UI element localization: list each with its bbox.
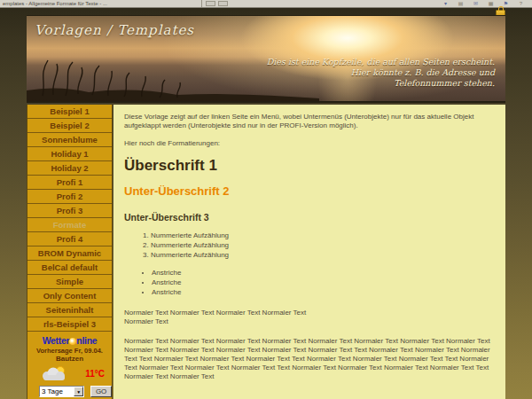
sidebar-menu-item[interactable]: Beispiel 2	[27, 119, 112, 133]
sidebar-menu-item[interactable]: BROM Dynamic	[27, 246, 112, 261]
browser-toolbar-icon[interactable]: ▦	[487, 1, 495, 7]
forecast-city: Bautzen	[27, 355, 112, 363]
sidebar-menu-item[interactable]: Simple	[27, 275, 112, 289]
browser-toolbar-icon[interactable]: ?	[517, 1, 525, 7]
numbered-list-item: Nummerierte Aufzählung	[151, 251, 495, 260]
forecast-label: Vorhersage Fr, 09.04.	[27, 347, 112, 355]
sidebar-menu-item[interactable]: Holiday 2	[27, 161, 112, 176]
normal-text-long: Normaler Text Normaler Text Normaler Tex…	[124, 337, 495, 381]
bullet-list-item: Anstriche	[152, 269, 495, 278]
browser-title-bar: emplates - Allgemeine Formate für Texte …	[0, 0, 532, 8]
browser-window: emplates - Allgemeine Formate für Texte …	[0, 0, 532, 399]
bullet-list: AnstricheAnstricheAnstriche	[124, 269, 495, 297]
page-header-banner: Vorlagen / Templates Dies ist eine Kopfz…	[27, 15, 505, 103]
formats-line: Hier noch die Formatierungen:	[124, 139, 495, 148]
forecast-range-select[interactable]: 3 Tage ▼	[39, 386, 84, 397]
normal-text-short: Normaler Text Normaler Text Normaler Tex…	[124, 309, 495, 326]
sidebar-menu-item[interactable]: Sonnenblume	[27, 133, 112, 147]
main-content: Diese Vorlage zeigt auf der linken Seite…	[113, 105, 505, 399]
numbered-list: Nummerierte AufzählungNummerierte Aufzäh…	[124, 231, 495, 260]
browser-toolbar-icon[interactable]: ⚑	[502, 1, 510, 7]
browser-tab[interactable]: emplates - Allgemeine Formate für Texte …	[0, 0, 202, 7]
intro-paragraph: Diese Vorlage zeigt auf der linken Seite…	[124, 113, 495, 130]
sidebar-menu-item[interactable]: BelCal default	[27, 261, 112, 275]
sidebar-menu-item[interactable]: Profi 3	[27, 204, 112, 218]
weather-widget: Wetternline Vorhersage Fr, 09.04. Bautze…	[27, 335, 112, 397]
chevron-down-icon[interactable]: ▼	[74, 387, 83, 396]
numbered-list-item: Nummerierte Aufzählung	[151, 241, 495, 250]
heading-1: Überschrift 1	[124, 157, 495, 174]
site-title: Vorlagen / Templates	[35, 22, 194, 38]
tab-button[interactable]	[218, 1, 228, 6]
heading-3: Unter-Überschrift 3	[124, 212, 495, 223]
sidebar-menu-item[interactable]: rls-Beispiel 3	[27, 317, 112, 332]
temperature-value: 11°C	[85, 369, 105, 379]
logo-text-online: nline	[76, 335, 97, 346]
cloud-sun-icon	[38, 364, 70, 382]
bullet-list-item: Anstriche	[152, 278, 495, 287]
sidebar-menu-item[interactable]: Formate	[27, 218, 112, 232]
wetteronline-logo[interactable]: Wetternline	[27, 335, 112, 346]
browser-tab-title: emplates - Allgemeine Formate für Texte …	[3, 1, 107, 6]
heading-2: Unter-Überschrift 2	[124, 184, 495, 198]
forecast-range-value: 3 Tage	[40, 387, 74, 396]
beach-grass-silhouette	[27, 55, 319, 101]
browser-toolbar-icons: ▾▤✉▦⚑?	[442, 0, 525, 7]
sidebar-menu-item[interactable]: Beispiel 1	[27, 105, 112, 119]
sidebar-menu-item[interactable]: Only Content	[27, 289, 112, 303]
browser-toolbar-icon[interactable]: ▾	[442, 1, 450, 7]
browser-toolbar-icon[interactable]: ▤	[457, 1, 465, 7]
sidebar-menu-item[interactable]: Holiday 1	[27, 147, 112, 161]
logo-text-wetter: Wetter	[43, 335, 70, 346]
numbered-list-item: Nummerierte Aufzählung	[151, 231, 495, 240]
sidebar-menu-item[interactable]: Seiteninhalt	[27, 303, 112, 317]
sidebar-menu-item[interactable]: Profi 2	[27, 190, 112, 204]
tab-button[interactable]	[206, 1, 215, 6]
browser-toolbar-icon[interactable]: ✉	[472, 1, 480, 7]
sidebar-menu-item[interactable]: Profi 1	[27, 176, 112, 190]
go-button[interactable]: GO	[90, 386, 112, 397]
bullet-list-item: Anstriche	[152, 288, 495, 297]
sidebar-menu-item[interactable]: Profi 4	[27, 232, 112, 246]
